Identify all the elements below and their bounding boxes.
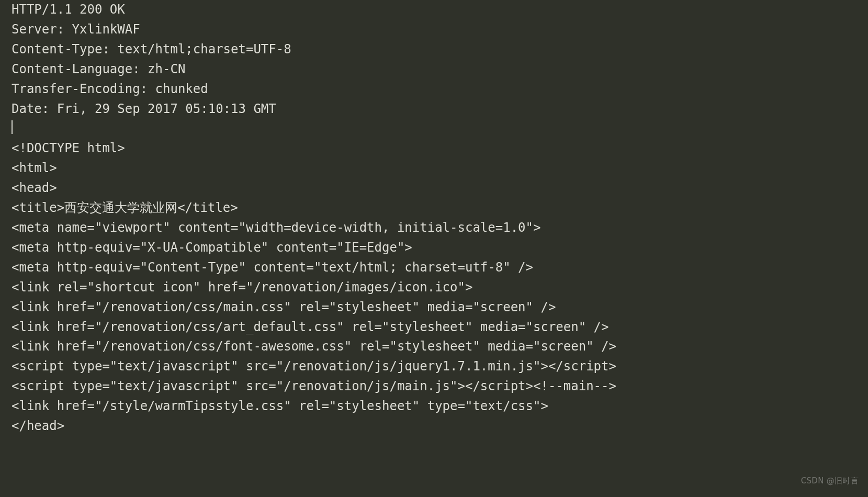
code-line: <!DOCTYPE html> bbox=[12, 141, 125, 155]
code-line: <meta http-equiv="X-UA-Compatible" conte… bbox=[12, 240, 412, 255]
cursor-caret bbox=[12, 120, 13, 134]
code-line: Server: YxlinkWAF bbox=[12, 22, 140, 37]
code-line: Transfer-Encoding: chunked bbox=[12, 82, 208, 96]
code-line: <head> bbox=[12, 180, 57, 195]
watermark-label: CSDN @旧时言 bbox=[801, 475, 859, 488]
code-line: <script type="text/javascript" src="/ren… bbox=[12, 379, 616, 393]
code-line: Content-Language: zh-CN bbox=[12, 62, 185, 76]
code-line: <html> bbox=[12, 161, 57, 175]
code-line: <link href="/renovation/css/font-awesome… bbox=[12, 339, 616, 354]
code-line: Date: Fri, 29 Sep 2017 05:10:13 GMT bbox=[12, 101, 276, 116]
code-line: <link rel="shortcut icon" href="/renovat… bbox=[12, 280, 472, 295]
code-line: <meta name="viewport" content="width=dev… bbox=[12, 220, 540, 235]
code-line: <link href="/style/warmTipsstyle.css" re… bbox=[12, 399, 548, 413]
code-line: Content-Type: text/html;charset=UTF-8 bbox=[12, 42, 291, 57]
terminal-output[interactable]: HTTP/1.1 200 OK Server: YxlinkWAF Conten… bbox=[0, 0, 868, 436]
code-line: <script type="text/javascript" src="/ren… bbox=[12, 359, 616, 374]
code-line: <meta http-equiv="Content-Type" content=… bbox=[12, 260, 533, 275]
code-line: HTTP/1.1 200 OK bbox=[12, 2, 125, 17]
code-line: <link href="/renovation/css/art_default.… bbox=[12, 320, 609, 334]
code-line: <title>西安交通大学就业网</title> bbox=[12, 200, 238, 215]
code-line: </head> bbox=[12, 419, 64, 433]
code-line: <link href="/renovation/css/main.css" re… bbox=[12, 300, 556, 314]
